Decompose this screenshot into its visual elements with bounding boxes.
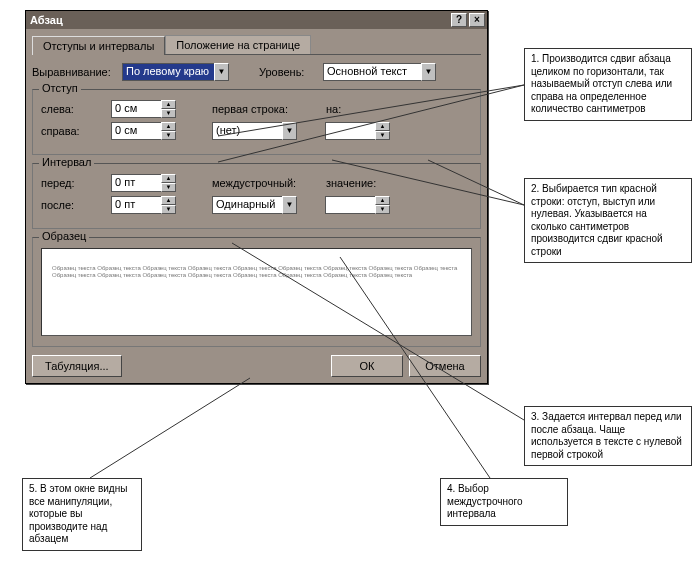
spin-down-icon[interactable]: ▼ <box>161 109 176 118</box>
level-label: Уровень: <box>259 66 317 78</box>
spin-up-icon[interactable]: ▲ <box>161 174 176 183</box>
level-value: Основной текст <box>323 63 421 81</box>
spacing-group: Интервал перед: 0 пт▲▼ междустрочный: зн… <box>32 163 481 229</box>
help-button[interactable]: ? <box>451 13 467 27</box>
paragraph-dialog: Абзац ? × Отступы и интервалы Положение … <box>25 10 488 384</box>
firstline-label: первая строка: <box>212 103 298 115</box>
firstline-combo[interactable]: (нет)▼ <box>212 122 297 140</box>
spin-up-icon[interactable]: ▲ <box>161 196 176 205</box>
spin-up-icon[interactable]: ▲ <box>375 122 390 131</box>
preview-group: Образец Образец текста Образец текста Об… <box>32 237 481 347</box>
indent-left-label: слева: <box>41 103 105 115</box>
spin-up-icon[interactable]: ▲ <box>375 196 390 205</box>
alignment-label: Выравнивание: <box>32 66 116 78</box>
tabs: Отступы и интервалы Положение на страниц… <box>32 35 481 55</box>
indent-left-spinner[interactable]: 0 см▲▼ <box>111 100 176 118</box>
spin-down-icon[interactable]: ▼ <box>375 131 390 140</box>
chevron-down-icon[interactable]: ▼ <box>282 196 297 214</box>
chevron-down-icon[interactable]: ▼ <box>421 63 436 81</box>
level-combo[interactable]: Основной текст ▼ <box>323 63 436 81</box>
callout-4: 4. Выбор междустрочного интервала <box>440 478 568 526</box>
alignment-combo[interactable]: По левому краю ▼ <box>122 63 229 81</box>
callout-1: 1. Производится сдвиг абзаца целиком по … <box>524 48 692 121</box>
indent-right-spinner[interactable]: 0 см▲▼ <box>111 122 176 140</box>
spin-up-icon[interactable]: ▲ <box>161 100 176 109</box>
tabulation-button[interactable]: Табуляция... <box>32 355 122 377</box>
by-spinner[interactable]: ▲▼ <box>325 122 390 140</box>
indent-right-label: справа: <box>41 125 105 137</box>
spacing-legend: Интервал <box>39 156 94 168</box>
alignment-value: По левому краю <box>122 63 214 81</box>
callout-2: 2. Выбирается тип красной строки: отступ… <box>524 178 692 263</box>
spin-down-icon[interactable]: ▼ <box>161 205 176 214</box>
titlebar: Абзац ? × <box>26 11 487 29</box>
preview-legend: Образец <box>39 230 89 242</box>
callout-3: 3. Задается интервал перед или после абз… <box>524 406 692 466</box>
by-label: на: <box>326 103 356 115</box>
before-spinner[interactable]: 0 пт▲▼ <box>111 174 176 192</box>
linespacing-label: междустрочный: <box>212 177 298 189</box>
after-label: после: <box>41 199 105 211</box>
indent-legend: Отступ <box>39 82 81 94</box>
close-button[interactable]: × <box>469 13 485 27</box>
spin-down-icon[interactable]: ▼ <box>375 205 390 214</box>
tab-position[interactable]: Положение на странице <box>165 35 311 54</box>
chevron-down-icon[interactable]: ▼ <box>214 63 229 81</box>
spin-down-icon[interactable]: ▼ <box>161 131 176 140</box>
preview-pane: Образец текста Образец текста Образец те… <box>41 248 472 336</box>
before-label: перед: <box>41 177 105 189</box>
dialog-title: Абзац <box>30 14 449 26</box>
cancel-button[interactable]: Отмена <box>409 355 481 377</box>
spin-up-icon[interactable]: ▲ <box>161 122 176 131</box>
indent-group: Отступ слева: 0 см▲▼ первая строка: на: … <box>32 89 481 155</box>
at-label: значение: <box>326 177 376 189</box>
chevron-down-icon[interactable]: ▼ <box>282 122 297 140</box>
callout-5: 5. В этом окне видны все манипуляции, ко… <box>22 478 142 551</box>
spin-down-icon[interactable]: ▼ <box>161 183 176 192</box>
after-spinner[interactable]: 0 пт▲▼ <box>111 196 176 214</box>
linespacing-combo[interactable]: Одинарный▼ <box>212 196 297 214</box>
ok-button[interactable]: ОК <box>331 355 403 377</box>
at-spinner[interactable]: ▲▼ <box>325 196 390 214</box>
svg-line-6 <box>90 378 250 478</box>
tab-indents[interactable]: Отступы и интервалы <box>32 36 165 55</box>
